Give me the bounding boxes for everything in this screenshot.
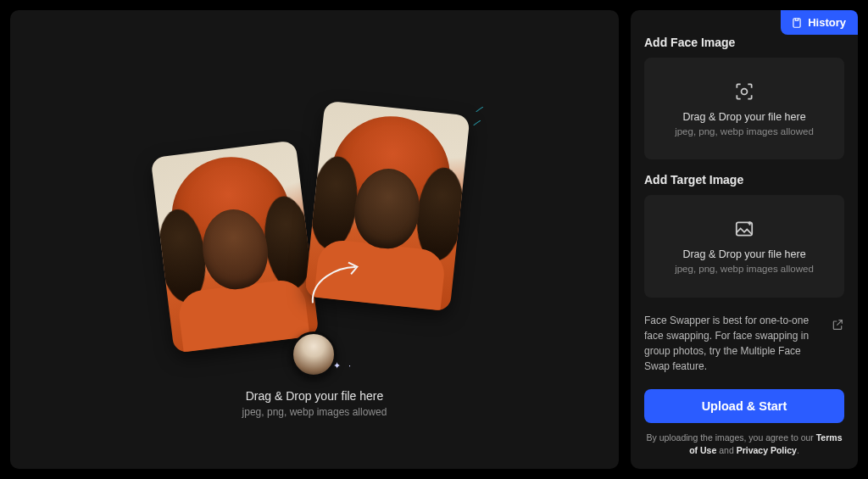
legal-prefix: By uploading the images, you agree to ou… [647, 432, 816, 443]
main-dropzone-panel[interactable]: ✦ · ⟋ ⟋ Drag & Drop your file here jpeg,… [10, 10, 619, 469]
face-section-title: Add Face Image [644, 36, 844, 49]
main-drop-subtitle: jpeg, png, webp images allowed [242, 406, 387, 418]
svg-point-1 [742, 89, 748, 95]
face-capture-icon [733, 81, 755, 103]
side-panel: History Add Face Image Drag & Drop your … [631, 10, 858, 469]
target-dropzone[interactable]: Drag & Drop your file here jpeg, png, we… [644, 195, 844, 297]
history-button[interactable]: History [781, 10, 858, 35]
face-dropzone[interactable]: Drag & Drop your file here jpeg, png, we… [644, 58, 844, 159]
upload-start-button[interactable]: Upload & Start [644, 389, 844, 423]
hint-text: Face Swapper is best for one-to-one face… [644, 313, 822, 374]
svg-rect-0 [793, 18, 800, 27]
upload-start-label: Upload & Start [702, 399, 787, 413]
face-drop-subtitle: jpeg, png, webp images allowed [675, 126, 814, 136]
hero-illustration: ✦ · ⟋ ⟋ [136, 97, 492, 369]
external-link-icon[interactable] [831, 318, 844, 331]
face-drop-title: Drag & Drop your file here [682, 111, 805, 123]
legal-suffix: . [797, 445, 799, 455]
legal-text: By uploading the images, you agree to ou… [644, 432, 844, 457]
swap-arrow-icon [304, 258, 367, 309]
target-section-title: Add Target Image [644, 173, 844, 187]
sample-face-avatar [291, 331, 337, 377]
accent-dashes-icon: ⟋ ⟋ [470, 101, 494, 131]
sparkle-icon: ✦ · [333, 360, 353, 371]
image-plus-icon [733, 218, 755, 240]
sample-card-source [151, 140, 320, 353]
history-button-label: History [808, 16, 846, 29]
target-drop-subtitle: jpeg, png, webp images allowed [675, 264, 814, 274]
target-drop-title: Drag & Drop your file here [682, 248, 805, 260]
privacy-policy-link[interactable]: Privacy Policy [737, 445, 797, 455]
main-drop-title: Drag & Drop your file here [242, 389, 387, 403]
legal-and: and [716, 445, 736, 455]
history-icon [791, 17, 803, 29]
